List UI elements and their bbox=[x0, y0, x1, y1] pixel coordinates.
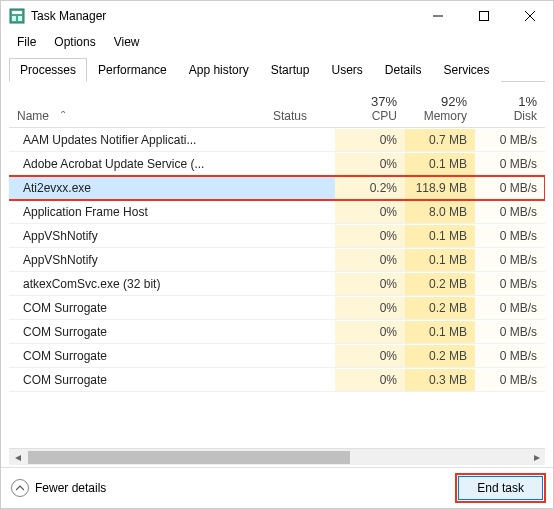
cpu-usage-total: 37% bbox=[343, 94, 397, 109]
process-disk: 0 MB/s bbox=[475, 225, 545, 247]
process-name: Application Frame Host bbox=[9, 201, 265, 223]
column-name[interactable]: ⌃ Name bbox=[9, 105, 265, 127]
menu-view[interactable]: View bbox=[106, 33, 148, 51]
column-headers: ⌃ Name Status 37% CPU 92% Memory 1% Disk bbox=[9, 82, 545, 128]
svg-rect-5 bbox=[480, 12, 489, 21]
process-name: AppVShNotify bbox=[9, 249, 265, 271]
process-row[interactable]: Adobe Acrobat Update Service (...0%0.1 M… bbox=[9, 152, 545, 176]
close-button[interactable] bbox=[507, 1, 553, 31]
fewer-details-label: Fewer details bbox=[35, 481, 106, 495]
column-memory[interactable]: 92% Memory bbox=[405, 90, 475, 127]
minimize-button[interactable] bbox=[415, 1, 461, 31]
process-name: Adobe Acrobat Update Service (... bbox=[9, 153, 265, 175]
process-cpu: 0% bbox=[335, 249, 405, 271]
process-memory: 0.3 MB bbox=[405, 369, 475, 391]
process-disk: 0 MB/s bbox=[475, 177, 545, 199]
fewer-details-button[interactable]: Fewer details bbox=[11, 479, 458, 497]
tab-processes[interactable]: Processes bbox=[9, 58, 87, 82]
tab-details[interactable]: Details bbox=[374, 58, 433, 82]
process-status bbox=[265, 136, 335, 144]
process-disk: 0 MB/s bbox=[475, 345, 545, 367]
process-disk: 0 MB/s bbox=[475, 201, 545, 223]
process-memory: 0.2 MB bbox=[405, 273, 475, 295]
tab-app-history[interactable]: App history bbox=[178, 58, 260, 82]
process-disk: 0 MB/s bbox=[475, 321, 545, 343]
process-cpu: 0% bbox=[335, 321, 405, 343]
process-status bbox=[265, 184, 335, 192]
process-row[interactable]: AppVShNotify0%0.1 MB0 MB/s bbox=[9, 224, 545, 248]
process-status bbox=[265, 304, 335, 312]
process-cpu: 0.2% bbox=[335, 177, 405, 199]
process-disk: 0 MB/s bbox=[475, 273, 545, 295]
process-list: ⌃ Name Status 37% CPU 92% Memory 1% Disk… bbox=[9, 82, 545, 448]
tab-startup[interactable]: Startup bbox=[260, 58, 321, 82]
menu-options[interactable]: Options bbox=[46, 33, 103, 51]
column-disk-label: Disk bbox=[483, 109, 537, 123]
column-name-label: Name bbox=[17, 109, 257, 123]
tab-users[interactable]: Users bbox=[320, 58, 373, 82]
process-row[interactable]: COM Surrogate0%0.1 MB0 MB/s bbox=[9, 320, 545, 344]
process-status bbox=[265, 256, 335, 264]
process-name: COM Surrogate bbox=[9, 345, 265, 367]
process-memory: 8.0 MB bbox=[405, 201, 475, 223]
process-status bbox=[265, 280, 335, 288]
process-cpu: 0% bbox=[335, 153, 405, 175]
process-memory: 0.1 MB bbox=[405, 153, 475, 175]
column-cpu-label: CPU bbox=[343, 109, 397, 123]
titlebar: Task Manager bbox=[1, 1, 553, 31]
process-memory: 0.2 MB bbox=[405, 297, 475, 319]
column-status[interactable]: Status bbox=[265, 105, 335, 127]
process-row[interactable]: COM Surrogate0%0.2 MB0 MB/s bbox=[9, 296, 545, 320]
process-status bbox=[265, 328, 335, 336]
disk-usage-total: 1% bbox=[483, 94, 537, 109]
process-row[interactable]: COM Surrogate0%0.2 MB0 MB/s bbox=[9, 344, 545, 368]
end-task-button[interactable]: End task bbox=[458, 476, 543, 500]
window-title: Task Manager bbox=[31, 9, 415, 23]
sort-indicator-icon: ⌃ bbox=[59, 109, 67, 120]
process-disk: 0 MB/s bbox=[475, 129, 545, 151]
process-name: COM Surrogate bbox=[9, 321, 265, 343]
column-cpu[interactable]: 37% CPU bbox=[335, 90, 405, 127]
scroll-left-icon[interactable]: ◂ bbox=[9, 449, 26, 466]
process-status bbox=[265, 160, 335, 168]
process-status bbox=[265, 208, 335, 216]
process-status bbox=[265, 352, 335, 360]
process-rows: AAM Updates Notifier Applicati...0%0.7 M… bbox=[9, 128, 545, 448]
process-name: AppVShNotify bbox=[9, 225, 265, 247]
process-cpu: 0% bbox=[335, 201, 405, 223]
process-row[interactable]: atkexComSvc.exe (32 bit)0%0.2 MB0 MB/s bbox=[9, 272, 545, 296]
process-name: COM Surrogate bbox=[9, 297, 265, 319]
maximize-button[interactable] bbox=[461, 1, 507, 31]
process-disk: 0 MB/s bbox=[475, 297, 545, 319]
process-row[interactable]: Application Frame Host0%8.0 MB0 MB/s bbox=[9, 200, 545, 224]
scrollbar-thumb[interactable] bbox=[28, 451, 350, 464]
tab-strip: ProcessesPerformanceApp historyStartupUs… bbox=[9, 57, 545, 82]
process-row[interactable]: COM Surrogate0%0.3 MB0 MB/s bbox=[9, 368, 545, 392]
horizontal-scrollbar[interactable]: ◂ ▸ bbox=[9, 448, 545, 465]
process-memory: 0.7 MB bbox=[405, 129, 475, 151]
process-memory: 118.9 MB bbox=[405, 177, 475, 199]
process-status bbox=[265, 232, 335, 240]
chevron-up-icon bbox=[11, 479, 29, 497]
column-status-label: Status bbox=[273, 109, 307, 123]
footer: Fewer details End task bbox=[1, 467, 553, 508]
tab-services[interactable]: Services bbox=[433, 58, 501, 82]
process-name: AAM Updates Notifier Applicati... bbox=[9, 129, 265, 151]
window-controls bbox=[415, 1, 553, 31]
column-disk[interactable]: 1% Disk bbox=[475, 90, 545, 127]
menubar: FileOptionsView bbox=[1, 31, 553, 53]
process-row[interactable]: Ati2evxx.exe0.2%118.9 MB0 MB/s bbox=[9, 176, 545, 200]
process-cpu: 0% bbox=[335, 273, 405, 295]
scroll-right-icon[interactable]: ▸ bbox=[528, 449, 545, 466]
svg-rect-2 bbox=[12, 16, 16, 21]
svg-rect-3 bbox=[18, 16, 22, 21]
process-row[interactable]: AAM Updates Notifier Applicati...0%0.7 M… bbox=[9, 128, 545, 152]
process-row[interactable]: AppVShNotify0%0.1 MB0 MB/s bbox=[9, 248, 545, 272]
process-disk: 0 MB/s bbox=[475, 369, 545, 391]
process-cpu: 0% bbox=[335, 369, 405, 391]
process-cpu: 0% bbox=[335, 225, 405, 247]
menu-file[interactable]: File bbox=[9, 33, 44, 51]
tab-performance[interactable]: Performance bbox=[87, 58, 178, 82]
process-name: COM Surrogate bbox=[9, 369, 265, 391]
process-memory: 0.1 MB bbox=[405, 225, 475, 247]
